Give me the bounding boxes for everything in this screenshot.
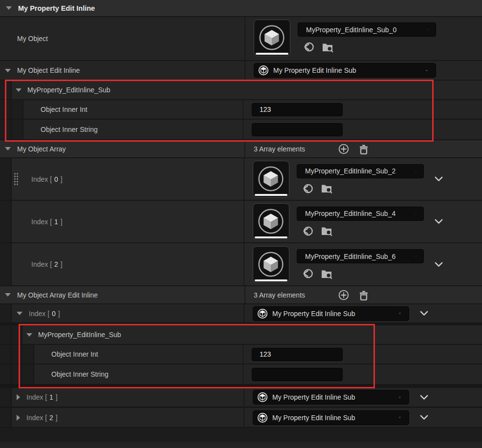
panel-footer xyxy=(0,428,482,448)
expand-icon[interactable] xyxy=(5,69,11,72)
row-expander[interactable] xyxy=(435,219,443,224)
chevron-down-icon xyxy=(435,219,443,224)
chevron-down-icon xyxy=(435,176,443,182)
array-header-my-object-array[interactable]: My Object Array 3 Array elements xyxy=(0,140,482,157)
indent-rail xyxy=(22,345,34,363)
property-row-my-object: My Object MyProperty_EditInline_Sub_0 xyxy=(0,17,482,60)
use-selected-asset-icon[interactable] xyxy=(303,41,315,53)
inline-object-icon xyxy=(257,412,268,423)
add-element-icon[interactable] xyxy=(338,290,349,300)
expand-icon[interactable] xyxy=(16,88,22,92)
inline-object-icon xyxy=(257,392,268,403)
indent-rail xyxy=(0,243,12,285)
delete-elements-icon[interactable] xyxy=(358,290,369,300)
inline-object-icon xyxy=(258,65,269,76)
expand-icon[interactable] xyxy=(17,415,20,421)
add-element-icon[interactable] xyxy=(338,144,349,154)
asset-thumbnail-cube-icon[interactable] xyxy=(253,246,289,283)
indent-rail xyxy=(22,364,34,384)
asset-thumbnail-cube-icon[interactable] xyxy=(253,161,289,197)
array-header-my-object-array-edit-inline[interactable]: My Object Array Edit Inline 3 Array elem… xyxy=(0,286,482,303)
chevron-down-icon xyxy=(410,212,416,216)
property-label: Object Inner String xyxy=(51,370,109,378)
asset-picker-dropdown[interactable]: MyProperty_EditInline_Sub_2 xyxy=(297,164,424,178)
row-expander[interactable] xyxy=(420,415,428,420)
expand-icon[interactable] xyxy=(17,312,22,315)
use-selected-asset-icon[interactable] xyxy=(302,268,314,279)
expand-icon[interactable] xyxy=(5,293,11,297)
indent-rail xyxy=(0,304,12,322)
browse-to-asset-icon[interactable] xyxy=(321,225,332,236)
chevron-down-icon xyxy=(394,395,401,400)
inline-class-combo[interactable]: My Property Edit Inline Sub xyxy=(253,410,409,425)
indent-rail xyxy=(0,158,12,200)
property-row-object-inner-int: Object Inner Int xyxy=(0,100,482,119)
chevron-down-icon xyxy=(420,415,428,420)
indent-rail xyxy=(0,120,12,139)
asset-color-bar xyxy=(255,194,287,196)
property-label: My Object Array Edit Inline xyxy=(17,291,98,299)
asset-picker-dropdown[interactable]: MyProperty_EditInline_Sub_4 xyxy=(297,207,424,221)
expand-icon[interactable] xyxy=(5,147,11,150)
browse-to-asset-icon[interactable] xyxy=(322,42,333,53)
cube-icon xyxy=(253,247,289,282)
category-title: My Property Edit Inline xyxy=(18,4,95,12)
inline-class-combo[interactable]: My Property Edit Inline Sub xyxy=(254,63,436,78)
array-item-row: Index [2] MyProperty_EditInline_Sub_6 xyxy=(0,243,482,285)
array-inline-item-row: Index [0] My Property Edit Inline Sub xyxy=(0,304,482,322)
inline-sub-header[interactable]: MyProperty_EditInline_Sub xyxy=(0,81,482,99)
int-input[interactable] xyxy=(252,348,343,361)
index-label: Index [0] xyxy=(29,310,60,318)
row-expander[interactable] xyxy=(420,395,428,400)
row-expander[interactable] xyxy=(420,311,428,316)
index-label: Index [1] xyxy=(31,218,63,226)
indent-rail xyxy=(12,120,23,139)
row-expander[interactable] xyxy=(435,262,443,267)
asset-picker-dropdown[interactable]: MyProperty_EditInline_Sub_6 xyxy=(297,249,424,263)
inline-class-combo[interactable]: My Property Edit Inline Sub xyxy=(253,390,409,405)
footer-strip xyxy=(0,442,482,448)
delete-elements-icon[interactable] xyxy=(358,144,369,154)
chevron-down-icon xyxy=(422,27,429,32)
indent-rail xyxy=(0,100,12,119)
category-expand-icon[interactable] xyxy=(6,6,12,10)
array-item-row: Index [0] MyProperty_EditInline_Sub_2 xyxy=(0,158,482,200)
use-selected-asset-icon[interactable] xyxy=(302,183,314,194)
asset-picker-dropdown[interactable]: MyProperty_EditInline_Sub_0 xyxy=(298,22,436,37)
cube-icon xyxy=(253,162,289,196)
category-header[interactable]: My Property Edit Inline xyxy=(0,0,482,16)
property-label: Object Inner Int xyxy=(51,350,98,358)
index-label: Index [2] xyxy=(31,260,63,268)
string-input[interactable] xyxy=(252,123,343,136)
expand-icon[interactable] xyxy=(26,333,32,337)
combo-label: My Property Edit Inline Sub xyxy=(272,393,355,401)
property-label: My Object Array xyxy=(17,145,66,153)
asset-name: MyProperty_EditInline_Sub_2 xyxy=(305,167,395,175)
asset-thumbnail-cube-icon[interactable] xyxy=(253,203,289,240)
property-label: My Object xyxy=(17,35,48,43)
combo-label: My Property Edit Inline Sub xyxy=(272,414,355,422)
drag-handle-icon[interactable] xyxy=(14,172,19,186)
indent-rail xyxy=(0,408,12,427)
index-label: Index [0] xyxy=(31,175,63,183)
property-row-object-inner-string: Object Inner String xyxy=(0,120,482,139)
indent-rail xyxy=(0,325,12,344)
expand-icon[interactable] xyxy=(17,394,20,400)
asset-thumbnail-cube-icon[interactable] xyxy=(254,20,290,56)
chevron-down-icon xyxy=(410,169,416,173)
use-selected-asset-icon[interactable] xyxy=(302,225,314,237)
browse-to-asset-icon[interactable] xyxy=(321,183,332,194)
string-input[interactable] xyxy=(252,368,343,381)
cube-icon xyxy=(253,204,289,239)
int-input[interactable] xyxy=(252,103,343,116)
array-inline-item-row: Index [1] My Property Edit Inline Sub xyxy=(0,388,482,406)
inline-sub-header[interactable]: MyProperty_EditInline_Sub xyxy=(0,325,482,344)
indent-rail xyxy=(12,364,22,384)
indent-rail xyxy=(0,201,12,242)
asset-color-bar xyxy=(256,53,288,55)
row-expander[interactable] xyxy=(435,176,443,182)
inline-class-combo[interactable]: My Property Edit Inline Sub xyxy=(253,306,409,321)
browse-to-asset-icon[interactable] xyxy=(321,268,332,279)
indent-rail xyxy=(0,345,12,363)
combo-label: My Property Edit Inline Sub xyxy=(272,310,355,318)
